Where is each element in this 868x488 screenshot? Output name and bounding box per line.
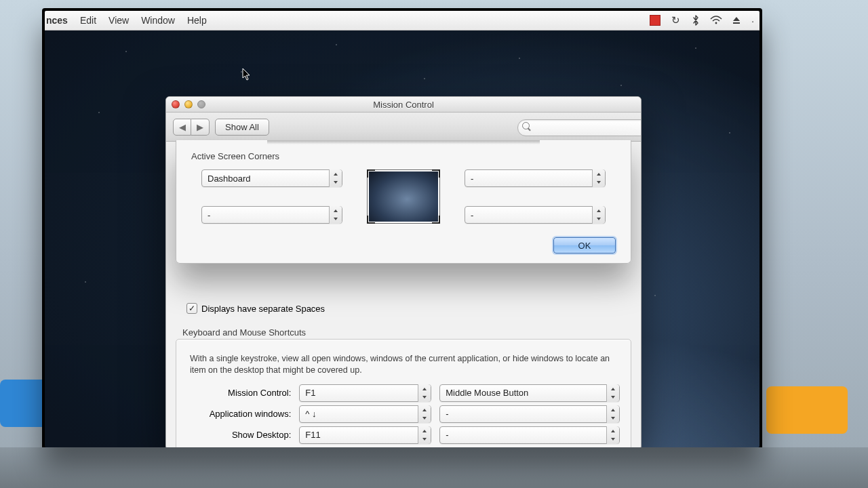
- back-button[interactable]: ◀: [173, 119, 191, 136]
- svg-point-0: [715, 22, 717, 24]
- corner-select-bottom-right[interactable]: -: [465, 206, 606, 224]
- monitor-bezel: nces Edit View Window Help ↻ ·: [42, 8, 762, 447]
- shortcut-key-value: ^ ↓: [305, 409, 316, 419]
- shortcuts-section-title: Keyboard and Mouse Shortcuts: [182, 327, 631, 338]
- window-title: Mission Control: [166, 100, 641, 110]
- eject-icon[interactable]: [730, 14, 743, 26]
- shortcut-key-select[interactable]: F11: [299, 426, 431, 444]
- checkbox-checked-icon[interactable]: ✓: [186, 303, 197, 314]
- window-toolbar: ◀ ▶ Show All: [166, 113, 641, 142]
- corner-marker-br: [432, 216, 440, 224]
- search-field-wrap: [517, 119, 634, 135]
- system-preferences-window: Mission Control ◀ ▶ Show All: [165, 96, 642, 447]
- corner-select-bottom-left[interactable]: -: [201, 206, 342, 224]
- ok-button[interactable]: OK: [553, 237, 616, 253]
- separate-spaces-label: Displays have separate Spaces: [201, 304, 325, 314]
- shortcut-mouse-value: -: [446, 409, 448, 419]
- shortcut-row-show-desktop: Show Desktop: F11 -: [187, 426, 620, 444]
- shortcut-row-mission-control: Mission Control: F1 Middle Mouse Button: [187, 384, 620, 402]
- stepper-arrows-icon: [329, 206, 342, 224]
- stepper-arrows-icon: [329, 169, 342, 187]
- menubar-overflow-icon: ·: [750, 14, 755, 26]
- show-all-button[interactable]: Show All: [215, 119, 269, 136]
- shortcut-row-application-windows: Application windows: ^ ↓ -: [187, 405, 620, 423]
- shortcut-mouse-select[interactable]: -: [439, 426, 620, 444]
- stepper-arrows-icon: [592, 206, 605, 224]
- corner-select-top-right[interactable]: -: [465, 169, 606, 187]
- corner-preview-monitor: [367, 169, 440, 224]
- shortcut-key-value: F11: [305, 430, 320, 440]
- stepper-arrows-icon: [418, 426, 431, 444]
- bluetooth-icon[interactable]: [689, 14, 703, 26]
- shortcut-mouse-select[interactable]: -: [439, 405, 620, 423]
- screen: nces Edit View Window Help ↻ ·: [45, 11, 760, 447]
- forward-button[interactable]: ▶: [191, 119, 210, 136]
- search-input[interactable]: [517, 119, 642, 136]
- menu-view[interactable]: View: [108, 15, 129, 26]
- hot-corners-grid: Dashboard -: [189, 168, 618, 225]
- shortcuts-panel: With a single keystroke, view all open w…: [176, 339, 631, 447]
- stepper-arrows-icon: [606, 405, 619, 423]
- stepper-arrows-icon: [418, 405, 431, 423]
- stepper-arrows-icon: [606, 426, 619, 444]
- scene-background: nces Edit View Window Help ↻ ·: [0, 0, 868, 488]
- menubar-app-name[interactable]: nces: [46, 15, 68, 26]
- menu-edit[interactable]: Edit: [80, 15, 96, 26]
- nav-segment: ◀ ▶: [173, 119, 210, 136]
- corner-marker-bl: [367, 216, 375, 224]
- corner-select-value: Dashboard: [208, 174, 251, 184]
- menu-help[interactable]: Help: [187, 15, 207, 26]
- desk-shadow: [0, 447, 868, 488]
- menu-window[interactable]: Window: [141, 15, 175, 26]
- corner-select-top-left[interactable]: Dashboard: [201, 169, 342, 187]
- shortcut-key-select[interactable]: F1: [299, 384, 431, 402]
- folder-orange: [766, 386, 848, 434]
- shortcuts-help-text: With a single keystroke, view all open w…: [190, 353, 617, 376]
- pref-body: Active Screen Corners Dashboard -: [166, 140, 641, 447]
- stepper-arrows-icon: [592, 169, 605, 187]
- shortcut-label: Show Desktop:: [187, 430, 291, 440]
- stepper-arrows-icon: [418, 384, 431, 402]
- corner-select-value: -: [208, 210, 210, 220]
- corner-select-value: -: [471, 174, 473, 184]
- menubar: nces Edit View Window Help ↻ ·: [45, 11, 760, 30]
- shortcut-key-value: F1: [305, 388, 315, 398]
- stepper-arrows-icon: [606, 384, 619, 402]
- hot-corners-title: Active Screen Corners: [191, 151, 618, 161]
- shortcut-mouse-value: Middle Mouse Button: [446, 388, 528, 398]
- window-titlebar[interactable]: Mission Control: [166, 97, 641, 113]
- corner-marker-tl: [367, 169, 375, 178]
- screen-record-icon[interactable]: [648, 14, 662, 26]
- svg-rect-1: [733, 22, 740, 24]
- search-icon: [522, 122, 532, 131]
- shortcut-label: Application windows:: [187, 409, 291, 419]
- shortcut-mouse-select[interactable]: Middle Mouse Button: [439, 384, 620, 402]
- wifi-icon[interactable]: [709, 14, 723, 26]
- corner-marker-tr: [432, 169, 440, 178]
- time-machine-icon[interactable]: ↻: [669, 14, 682, 26]
- separate-spaces-row[interactable]: ✓ Displays have separate Spaces: [186, 303, 631, 314]
- shortcut-key-select[interactable]: ^ ↓: [299, 405, 431, 423]
- shortcut-mouse-value: -: [446, 430, 448, 440]
- shortcut-label: Mission Control:: [187, 388, 291, 398]
- corner-select-value: -: [471, 210, 473, 220]
- hot-corners-sheet: Active Screen Corners Dashboard -: [176, 140, 631, 264]
